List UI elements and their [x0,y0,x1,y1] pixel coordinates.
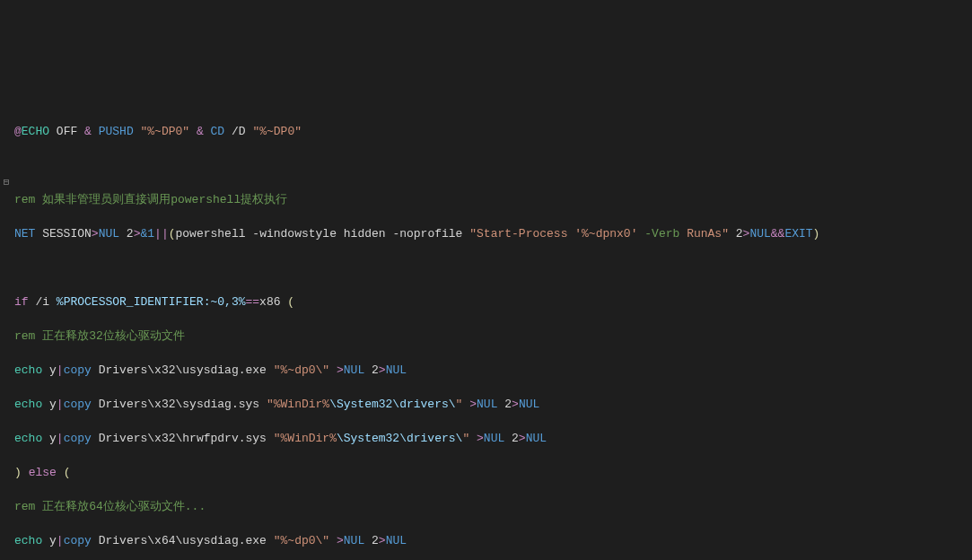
code-line[interactable]: echo y|copy Drivers\x64\usysdiag.exe "%~… [13,532,972,549]
code-line[interactable]: echo y|copy Drivers\x32\hrwfpdrv.sys "%W… [13,430,972,447]
fold-icon[interactable]: ⊟ [0,174,13,191]
code-line[interactable]: echo y|copy Drivers\x32\sysdiag.sys "%Wi… [13,396,972,413]
code-line[interactable]: NET SESSION>NUL 2>&1||(powershell -windo… [13,225,972,242]
code-line[interactable]: ) else ( [13,464,972,481]
code-line[interactable]: rem 正在释放32位核心驱动文件 [13,328,972,345]
code-line[interactable]: rem 如果非管理员则直接调用powershell提权执行 [13,191,972,208]
code-line[interactable] [13,259,972,276]
code-line[interactable]: if /i %PROCESSOR_IDENTIFIER:~0,3%==x86 ( [13,293,972,311]
code-line[interactable]: @ECHO OFF & PUSHD "%~DP0" & CD /D "%~DP0… [13,123,972,140]
code-line[interactable] [13,157,972,174]
code-body[interactable]: @ECHO OFF & PUSHD "%~DP0" & CD /D "%~DP0… [13,106,972,560]
code-line[interactable]: rem 正在释放64位核心驱动文件... [13,498,972,515]
code-line[interactable]: echo y|copy Drivers\x32\usysdiag.exe "%~… [13,362,972,379]
code-editor[interactable]: ⊟ @ECHO OFF & PUSHD "%~DP0" & CD /D "%~D… [0,68,972,560]
gutter: ⊟ [0,72,13,208]
